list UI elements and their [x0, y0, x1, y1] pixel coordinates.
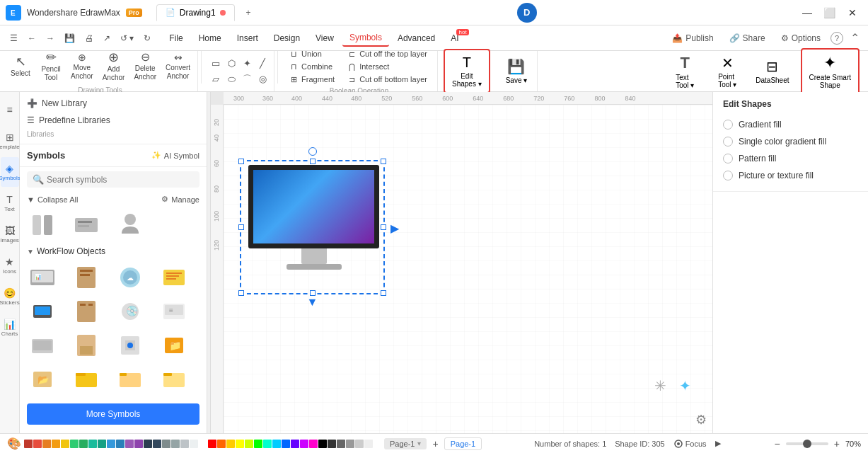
color-swatch[interactable]	[24, 440, 33, 448]
color-swatch[interactable]	[70, 440, 79, 448]
menu-advanced[interactable]: Advanced	[390, 30, 442, 46]
add-tab-button[interactable]: +	[241, 6, 257, 19]
sidebar-charts-button[interactable]: 📊 Charts	[1, 313, 19, 343]
export-button[interactable]: ↗	[99, 31, 115, 45]
sparkle-icon[interactable]: ✦	[679, 377, 691, 394]
magic-icon[interactable]: ✳	[654, 377, 666, 394]
color-swatch[interactable]	[355, 440, 364, 448]
circle-shape-button[interactable]: ◎	[255, 72, 270, 86]
menu-view[interactable]: View	[308, 30, 341, 46]
collapse-all-button[interactable]: ▼ Collapse All	[27, 195, 78, 204]
color-picker-icon[interactable]: 🎨	[7, 437, 21, 450]
list-item[interactable]	[115, 210, 146, 241]
move-anchor-button[interactable]: ⊕ MoveAnchor	[66, 50, 98, 84]
zoom-out-button[interactable]: −	[773, 438, 782, 449]
zoom-slider-thumb[interactable]	[803, 440, 811, 448]
list-item[interactable]	[27, 210, 58, 241]
menu-file[interactable]: File	[162, 30, 190, 46]
color-swatch[interactable]	[98, 440, 106, 448]
menu-insert[interactable]: Insert	[230, 30, 265, 46]
list-item[interactable]	[71, 262, 102, 293]
back-button[interactable]: ←	[23, 31, 40, 45]
redo-button[interactable]: ↻	[139, 31, 155, 45]
sidebar-symbols-button[interactable]: ◈ Symbols	[1, 157, 19, 187]
pattern-fill-radio[interactable]	[723, 154, 733, 164]
color-swatch[interactable]	[134, 440, 143, 448]
arc-shape-button[interactable]: ⌒	[240, 72, 254, 86]
edit-shapes-button[interactable]: T EditShapes ▾	[444, 49, 490, 93]
undo-button[interactable]: ↺ ▾	[116, 31, 138, 45]
color-swatch[interactable]	[208, 440, 216, 448]
pencil-tool-button[interactable]: ✏ PencilTool	[36, 48, 66, 85]
zoom-level-display[interactable]: 70%	[845, 440, 861, 448]
list-item[interactable]	[158, 262, 190, 293]
color-swatch[interactable]	[254, 440, 262, 448]
color-swatch[interactable]	[180, 440, 189, 448]
menu-ai[interactable]: AIhot	[444, 30, 465, 46]
list-item[interactable]	[27, 296, 58, 327]
color-swatch[interactable]	[116, 440, 125, 448]
color-swatch[interactable]	[171, 440, 180, 448]
point-tool-button[interactable]: ✕ PointTool ▾	[707, 52, 747, 91]
close-button[interactable]: ✕	[843, 5, 862, 21]
canvas-computer-shape[interactable]	[248, 165, 379, 270]
color-swatch[interactable]	[364, 440, 373, 448]
list-item[interactable]: 📁	[158, 330, 190, 361]
list-item[interactable]: 📂	[27, 364, 58, 395]
color-swatch[interactable]	[125, 440, 134, 448]
save-toolbar-button[interactable]: 💾	[60, 31, 79, 45]
list-item[interactable]	[158, 364, 190, 395]
canvas-content[interactable]: ▶ ▼ ✳ ✦ ⚙	[224, 105, 712, 433]
zoom-slider[interactable]	[786, 442, 828, 445]
maximize-button[interactable]: ⬜	[820, 5, 840, 21]
more-symbols-button[interactable]: More Symbols	[27, 403, 199, 425]
color-swatch[interactable]	[199, 440, 207, 448]
rect-shape-button[interactable]: ▭	[209, 57, 223, 71]
collapse-ribbon-button[interactable]: ⌃	[847, 31, 862, 45]
datasheet-button[interactable]: ⊟ DataSheet	[750, 55, 794, 87]
color-swatch[interactable]	[88, 440, 97, 448]
color-swatch[interactable]	[153, 440, 161, 448]
add-page-button[interactable]: +	[429, 438, 441, 449]
sidebar-collapse-button[interactable]: ≡	[1, 95, 19, 125]
color-swatch[interactable]	[144, 440, 152, 448]
search-input[interactable]	[47, 175, 194, 185]
color-swatch[interactable]	[190, 440, 198, 448]
collapse-sidebar-button[interactable]: ☰	[6, 31, 22, 45]
star-shape-button[interactable]: ✦	[240, 57, 254, 71]
color-swatch[interactable]	[226, 440, 235, 448]
menu-symbols[interactable]: Symbols	[342, 30, 389, 47]
color-swatch[interactable]	[318, 440, 327, 448]
line-shape-button[interactable]: ╱	[255, 57, 270, 71]
color-swatch[interactable]	[328, 440, 336, 448]
category-header-workflow[interactable]: ▼ WorkFlow Objects	[20, 243, 207, 259]
color-swatch[interactable]	[52, 440, 60, 448]
combine-button[interactable]: ⊓ Combine	[287, 61, 339, 73]
minimize-button[interactable]: —	[797, 5, 817, 21]
intersect-button[interactable]: ⋂ Intersect	[345, 61, 432, 73]
help-button[interactable]: ?	[831, 32, 843, 45]
create-smart-shape-button[interactable]: ✦ Create SmartShape	[801, 48, 860, 95]
options-button[interactable]: ⚙ Options	[775, 31, 826, 45]
list-item[interactable]	[71, 330, 102, 361]
color-swatch[interactable]	[107, 440, 115, 448]
color-swatch[interactable]	[337, 440, 345, 448]
play-icon[interactable]: ▶	[715, 439, 721, 448]
color-swatch[interactable]	[282, 440, 290, 448]
publish-button[interactable]: 📤 Publish	[666, 31, 719, 45]
print-button[interactable]: 🖨	[81, 31, 98, 45]
canvas-settings-icon[interactable]: ⚙	[695, 412, 707, 428]
color-swatch[interactable]	[79, 440, 88, 448]
share-button[interactable]: 🔗 Share	[724, 31, 771, 45]
pattern-fill-option[interactable]: Pattern fill	[723, 150, 858, 167]
color-swatch[interactable]	[309, 440, 318, 448]
color-swatch[interactable]	[33, 440, 42, 448]
user-avatar[interactable]: D	[517, 3, 537, 23]
list-item[interactable]	[71, 210, 102, 241]
ai-symbol-button[interactable]: ✨ AI Symbol	[151, 151, 199, 160]
convert-anchor-button[interactable]: ↭ ConvertAnchor	[161, 50, 195, 84]
color-swatch[interactable]	[42, 440, 51, 448]
list-item[interactable]	[115, 364, 146, 395]
ellipse-shape-button[interactable]: ⬭	[224, 72, 238, 86]
gradient-fill-radio[interactable]	[723, 120, 733, 130]
